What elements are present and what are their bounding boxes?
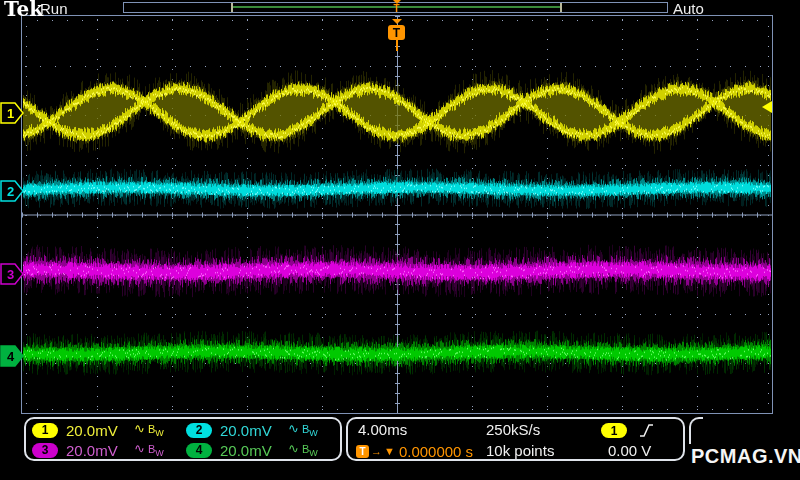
channel-4-badge[interactable]: 4: [186, 443, 212, 458]
channel-2-scale[interactable]: 20.0mV: [220, 422, 280, 439]
timebase-readout[interactable]: 4.00ms: [358, 421, 407, 438]
horizontal-trigger-box: 4.00ms 250kS/s 1 T → ▼ 0.000000 s 10k po…: [346, 417, 685, 461]
channel-1-marker-label: 1: [7, 106, 14, 121]
channel-3-position-marker[interactable]: 3: [0, 263, 24, 285]
channel-2-readout: 2 20.0mV ∿ BW: [186, 420, 340, 440]
down-triangle-icon: ▼: [384, 446, 395, 457]
trigger-position-readout[interactable]: T → ▼ 0.000000 s: [356, 443, 473, 460]
trigger-t-icon: T: [356, 445, 369, 458]
arrow-right-icon: →: [371, 446, 382, 457]
sample-rate-readout: 250kS/s: [486, 421, 540, 438]
channel-1-coupling-bandwidth-icon: ∿ BW: [134, 421, 164, 438]
trigger-mode-label: Auto: [673, 0, 704, 17]
channel-1-scale[interactable]: 20.0mV: [66, 422, 126, 439]
trigger-source-badge[interactable]: 1: [601, 423, 627, 438]
channel-2-position-marker[interactable]: 2: [0, 180, 24, 202]
watermark: PCMAG.VN: [688, 444, 800, 469]
record-window-left-bracket: [231, 3, 233, 12]
trigger-marker-letter: T: [393, 4, 399, 13]
trigger-flag-stem: [396, 40, 398, 51]
channel-4-scale[interactable]: 20.0mV: [220, 442, 280, 459]
acquisition-status: Run: [40, 0, 68, 17]
channel-2-marker-label: 2: [7, 184, 14, 199]
trigger-flag-body: T: [388, 25, 405, 40]
oscilloscope-screen: Tek Run T Auto 1 2 3 4 T 1 20.0mV: [0, 0, 800, 480]
record-length-readout: 10k points: [486, 442, 554, 459]
expansion-point-icon: [392, 19, 402, 24]
channel-1-badge[interactable]: 1: [32, 423, 58, 438]
channel-1-readout: 1 20.0mV ∿ BW: [32, 420, 186, 440]
record-window-right-bracket: [560, 3, 562, 12]
waveform-display[interactable]: [0, 0, 800, 480]
trigger-level-arrow[interactable]: [762, 101, 772, 113]
channel-3-coupling-bandwidth-icon: ∿ BW: [134, 441, 164, 458]
trigger-position-value: 0.000000 s: [399, 443, 473, 460]
channel-3-scale[interactable]: 20.0mV: [66, 442, 126, 459]
channel-settings-box: 1 20.0mV ∿ BW 2 20.0mV ∿ BW 3 20.0mV: [24, 417, 342, 461]
trigger-level-readout[interactable]: 0.00 V: [608, 442, 651, 459]
channel-2-badge[interactable]: 2: [186, 423, 212, 438]
tek-logo: Tek: [4, 0, 43, 21]
channel-4-coupling-bandwidth-icon: ∿ BW: [288, 441, 318, 458]
channel-1-position-marker[interactable]: 1: [0, 102, 24, 124]
channel-4-position-marker[interactable]: 4: [0, 345, 24, 367]
channel-4-readout: 4 20.0mV ∿ BW: [186, 440, 340, 460]
trigger-slope-rising-icon: [639, 422, 654, 439]
channel-3-readout: 3 20.0mV ∿ BW: [32, 440, 186, 460]
channel-4-marker-label: 4: [7, 349, 15, 364]
channel-3-badge[interactable]: 3: [32, 443, 58, 458]
trigger-position-flag[interactable]: T: [388, 19, 405, 51]
channel-2-coupling-bandwidth-icon: ∿ BW: [288, 421, 318, 438]
channel-3-marker-label: 3: [7, 267, 14, 282]
record-trigger-marker[interactable]: T: [390, 0, 403, 13]
